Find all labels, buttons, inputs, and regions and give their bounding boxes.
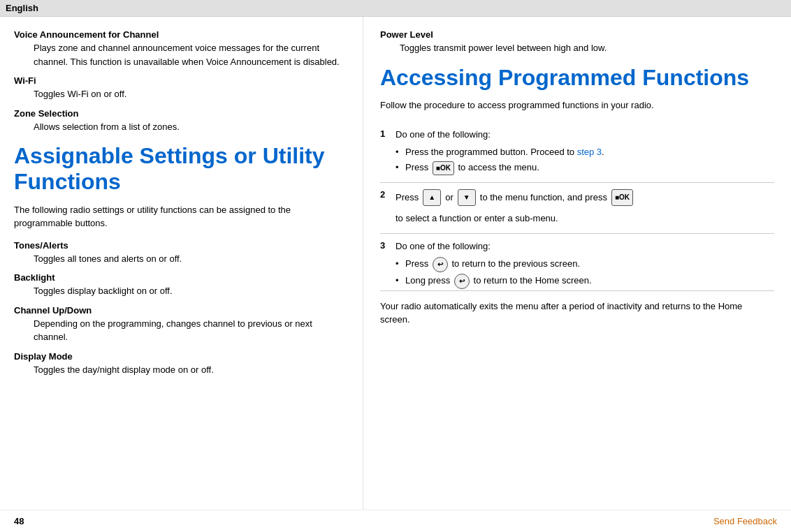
assignable-settings-heading: Assignable Settings or Utility Functions (14, 143, 349, 195)
section-heading-wifi: Wi-Fi (14, 75, 349, 86)
step-2-to-menu-label: to the menu function, and press (480, 189, 607, 207)
steps-container: 1 Do one of the following: Press the pro… (380, 122, 774, 291)
step-2-row: 2 Press ▲ or ▼ to the menu function, and… (380, 183, 774, 234)
power-level-body: Toggles transmit power level between hig… (380, 41, 774, 55)
step-1-number: 1 (380, 128, 396, 139)
step-1-bullet-1: Press the programmed button. Proceed to … (396, 145, 774, 160)
step-2-content: Press ▲ or ▼ to the menu function, and p… (396, 189, 774, 228)
power-level-heading: Power Level (380, 29, 774, 40)
step-1-bullet-2: Press ■OK to access the menu. (396, 161, 774, 175)
section-body-wifi: Toggles Wi-Fi on or off. (14, 87, 349, 101)
content-area: Voice Announcement for Channel Plays zon… (0, 17, 791, 529)
back-button-icon-2: ↩ (454, 274, 470, 289)
footer: 48 Send Feedback (0, 510, 791, 532)
page-number: 48 (14, 516, 24, 526)
section-body-zone: Allows selection from a list of zones. (14, 120, 349, 134)
up-arrow-icon: ▲ (423, 189, 441, 206)
section-body-display: Toggles the day/night display mode on or… (14, 363, 349, 377)
section-body-tones: Toggles all tones and alerts on or off. (14, 252, 349, 266)
step-3-title: Do one of the following: (396, 239, 774, 254)
left-column: Voice Announcement for Channel Plays zon… (0, 17, 363, 529)
step-1-row: 1 Do one of the following: Press the pro… (380, 122, 774, 183)
step-2-text: Press ▲ or ▼ to the menu function, and p… (396, 189, 774, 228)
section-body-channel: Depending on the programming, changes ch… (14, 317, 349, 344)
section-heading-backlight: Backlight (14, 272, 349, 283)
step-3-bullets: Press ↩ to return to the previous screen… (396, 257, 774, 289)
step-3-content: Do one of the following: Press ↩ to retu… (396, 239, 774, 290)
step-3-row: 3 Do one of the following: Press ↩ to re… (380, 234, 774, 291)
accessing-intro-text: Follow the procedure to access programme… (380, 98, 774, 112)
ok-button-icon-2: ■OK (611, 189, 633, 206)
step-3-number: 3 (380, 239, 396, 251)
section-heading-display: Display Mode (14, 351, 349, 362)
section-heading-channel: Channel Up/Down (14, 305, 349, 316)
send-feedback-link[interactable]: Send Feedback (713, 516, 777, 526)
step-2-select-label: to select a function or enter a sub-menu… (396, 209, 558, 228)
step-1-title: Do one of the following: (396, 128, 774, 142)
accessing-functions-heading: Accessing Programmed Functions (380, 65, 774, 91)
back-button-icon-1: ↩ (433, 257, 448, 272)
section-heading-tones: Tones/Alerts (14, 240, 349, 251)
language-label: English (6, 3, 38, 13)
step-2-press-label: Press (396, 189, 419, 207)
right-column: Power Level Toggles transmit power level… (363, 17, 791, 529)
closing-text: Your radio automatically exits the menu … (380, 300, 774, 327)
step3-link[interactable]: step 3 (577, 147, 602, 157)
ok-button-icon-1: ■OK (433, 161, 454, 175)
top-bar: English (0, 0, 791, 17)
section-heading-voice: Voice Announcement for Channel (14, 29, 349, 40)
assignable-intro-text: The following radio settings or utility … (14, 203, 349, 230)
step-3-bullet-2: Long press ↩ to return to the Home scree… (396, 274, 774, 289)
step-1-bullets: Press the programmed button. Proceed to … (396, 145, 774, 176)
down-arrow-icon: ▼ (458, 189, 476, 206)
step-3-bullet-1: Press ↩ to return to the previous screen… (396, 257, 774, 272)
step-2-number: 2 (380, 189, 396, 200)
section-body-backlight: Toggles display backlight on or off. (14, 284, 349, 298)
step-1-content: Do one of the following: Press the progr… (396, 128, 774, 177)
section-body-voice: Plays zone and channel announcement voic… (14, 41, 349, 68)
section-heading-zone: Zone Selection (14, 108, 349, 119)
step-2-or-label: or (445, 189, 453, 207)
